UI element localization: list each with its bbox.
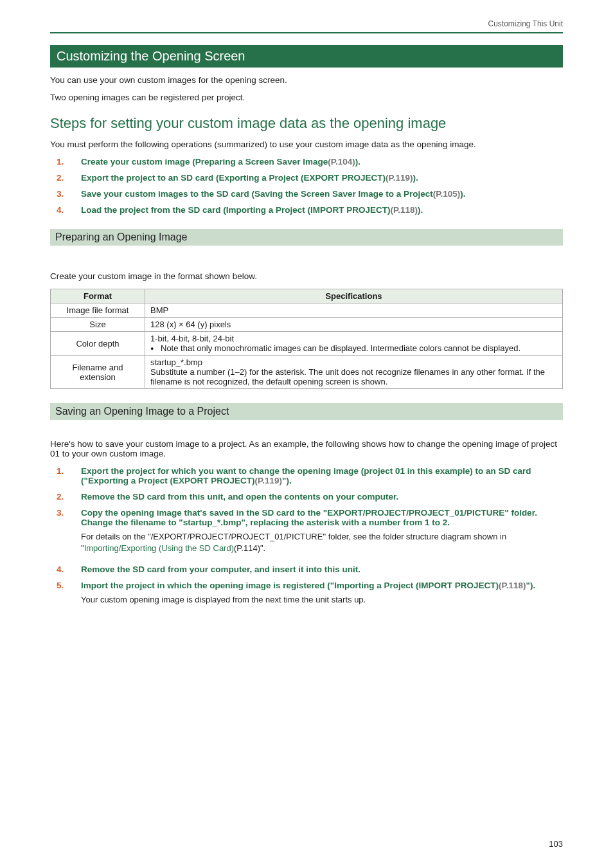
table-row: Image file format BMP — [51, 303, 563, 318]
breadcrumb: Customizing This Unit — [50, 19, 563, 33]
table-cell-spec: startup_*.bmp Substitute a number (1–2) … — [145, 356, 563, 389]
table-cell-label: Color depth — [51, 332, 145, 356]
step-text: Save your custom images to the SD card (… — [81, 189, 563, 199]
list-item: 2. Export the project to an SD card (Exp… — [50, 173, 563, 183]
table-header: Format — [51, 289, 145, 303]
detailed-steps-list: 1. Export the project for which you want… — [50, 466, 563, 610]
table-cell-spec: 1-bit, 4-bit, 8-bit, 24-bit Note that on… — [145, 332, 563, 356]
save-intro: Here's how to save your custom image to … — [50, 439, 563, 458]
table-cell-label: Image file format — [51, 303, 145, 318]
step-text: Import the project in which the opening … — [81, 581, 563, 590]
link[interactable]: Exporting a Project (EXPORT PROJECT) — [88, 476, 255, 485]
section-heading: Steps for setting your custom image data… — [50, 115, 563, 132]
step-text: Copy the opening image that's saved in t… — [81, 508, 563, 527]
link[interactable]: Exporting a Project (EXPORT PROJECT) — [219, 173, 386, 183]
summary-steps-list: 1. Create your custom image (Preparing a… — [50, 157, 563, 215]
bullet-note: Note that only monochromatic images can … — [150, 343, 557, 353]
step-number: 1. — [50, 466, 81, 485]
step-number: 2. — [50, 492, 81, 502]
table-cell-label: Filename and extension — [51, 356, 145, 389]
prepare-intro: Create your custom image in the format s… — [50, 271, 563, 281]
link[interactable]: Importing a Project (IMPORT PROJECT) — [226, 205, 391, 215]
page-number: 103 — [549, 839, 563, 849]
table-row: Filename and extension startup_*.bmp Sub… — [51, 356, 563, 389]
list-item: 3. Copy the opening image that's saved i… — [50, 508, 563, 558]
format-spec-table: Format Specifications Image file format … — [50, 289, 563, 389]
link[interactable]: Saving the Screen Saver Image to a Proje… — [254, 189, 433, 199]
table-row: Color depth 1-bit, 4-bit, 8-bit, 24-bit … — [51, 332, 563, 356]
list-item: 1. Create your custom image (Preparing a… — [50, 157, 563, 167]
step-text: Remove the SD card from your computer, a… — [81, 565, 563, 574]
table-cell-spec: BMP — [145, 303, 563, 318]
step-number: 1. — [50, 157, 81, 167]
step-text: Export the project to an SD card (Export… — [81, 173, 563, 183]
table-cell-spec: 128 (x) × 64 (y) pixels — [145, 318, 563, 332]
link[interactable]: Importing a Project (IMPORT PROJECT) — [334, 581, 499, 590]
table-cell-label: Size — [51, 318, 145, 332]
list-item: 2. Remove the SD card from this unit, an… — [50, 492, 563, 502]
step-subtext: Your custom opening image is displayed f… — [81, 594, 563, 606]
link[interactable]: Preparing a Screen Saver Image — [195, 157, 328, 167]
page-title: Customizing the Opening Screen — [50, 45, 563, 68]
table-header: Specifications — [145, 289, 563, 303]
step-number: 4. — [50, 565, 81, 574]
intro-text-1: You can use your own custom images for t… — [50, 75, 563, 85]
list-item: 4. Load the project from the SD card (Im… — [50, 205, 563, 215]
table-header-row: Format Specifications — [51, 289, 563, 303]
step-subtext: For details on the "/EXPORT/PROJECT/PROJ… — [81, 531, 563, 554]
list-item: 1. Export the project for which you want… — [50, 466, 563, 485]
step-text: Remove the SD card from this unit, and o… — [81, 492, 563, 502]
subsection-heading-prepare: Preparing an Opening Image — [50, 229, 563, 246]
step-text: Load the project from the SD card (Impor… — [81, 205, 563, 215]
step-text: Export the project for which you want to… — [81, 466, 563, 485]
page: Customizing This Unit Customizing the Op… — [0, 0, 613, 868]
intro-text-2: Two opening images can be registered per… — [50, 93, 563, 102]
step-number: 5. — [50, 581, 81, 590]
section-intro: You must perform the following operation… — [50, 140, 563, 149]
step-number: 3. — [50, 189, 81, 199]
list-item: 5. Import the project in which the openi… — [50, 581, 563, 610]
subsection-heading-save: Saving an Opening Image to a Project — [50, 403, 563, 420]
list-item: 4. Remove the SD card from your computer… — [50, 565, 563, 574]
step-number: 2. — [50, 173, 81, 183]
step-number: 4. — [50, 205, 81, 215]
table-row: Size 128 (x) × 64 (y) pixels — [51, 318, 563, 332]
list-item: 3. Save your custom images to the SD car… — [50, 189, 563, 199]
step-number: 3. — [50, 508, 81, 527]
link[interactable]: Importing/Exporting (Using the SD Card) — [84, 543, 234, 553]
step-text: Create your custom image (Preparing a Sc… — [81, 157, 563, 167]
